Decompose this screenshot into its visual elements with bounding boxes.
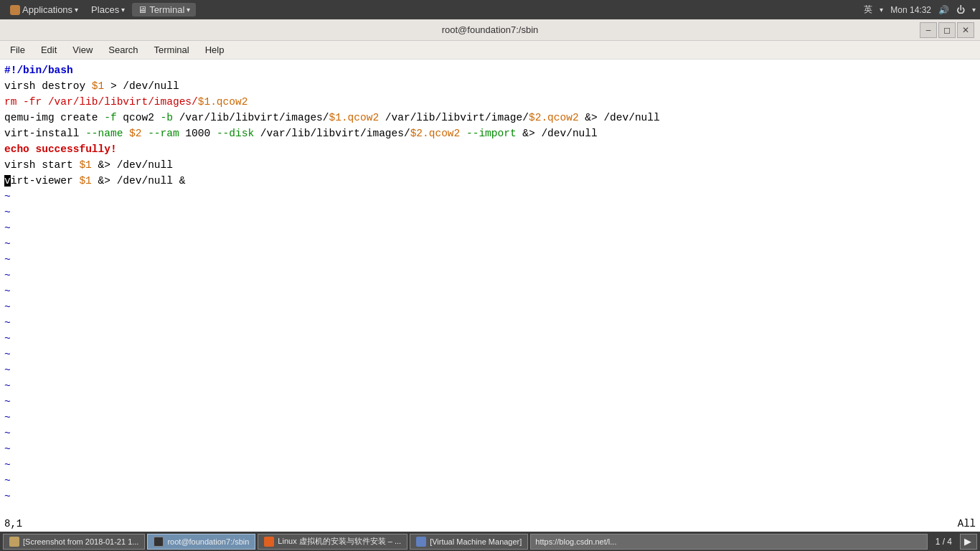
places-label: Places <box>91 4 119 15</box>
screenshot-task-label: [Screenshot from 2018-01-21 1... <box>23 537 138 546</box>
line-6-echo: echo successfully! <box>4 143 117 155</box>
tilde-12: ~ <box>4 364 11 376</box>
taskbar-page-btn[interactable]: ▶ <box>960 534 977 550</box>
vim-status-right: All <box>958 518 976 529</box>
title-bar: root@foundation7:/sbin – ◻ ✕ <box>0 19 980 41</box>
applications-icon <box>10 5 20 15</box>
terminal-window: root@foundation7:/sbin – ◻ ✕ File Edit V… <box>0 19 980 532</box>
window-controls: – ◻ ✕ <box>920 19 974 40</box>
language-indicator[interactable]: 英 <box>864 4 872 16</box>
places-menu[interactable]: Places ▾ <box>85 3 131 17</box>
tilde-13: ~ <box>4 380 11 392</box>
menu-edit[interactable]: Edit <box>34 43 64 57</box>
menu-search[interactable]: Search <box>101 43 145 57</box>
terminal-task-label: root@foundation7:/sbin <box>167 537 249 546</box>
virt-task-label: [Virtual Machine Manager] <box>430 537 522 546</box>
maximize-button[interactable]: ◻ <box>938 22 956 38</box>
line-4-qemu: qemu-img create -f qcow2 -b /var/lib/lib… <box>4 112 660 123</box>
close-button[interactable]: ✕ <box>957 22 974 38</box>
firefox-task-label: Linux 虚拟机的安装与软件安装 – ... <box>278 536 401 547</box>
screenshot-task-icon <box>9 537 19 547</box>
line-3-rm: rm -fr /var/lib/libvirt/images/$1.qcow2 <box>4 96 248 108</box>
taskbar-virt[interactable]: [Virtual Machine Manager] <box>410 534 528 550</box>
tilde-18: ~ <box>4 459 11 471</box>
vim-content[interactable]: #!/bin/bash virsh destroy $1 > /dev/null… <box>0 60 980 516</box>
window-title: root@foundation7:/sbin <box>442 24 539 35</box>
tilde-8: ~ <box>4 301 11 313</box>
taskbar-firefox[interactable]: Linux 虚拟机的安装与软件安装 – ... <box>258 534 407 550</box>
volume-icon[interactable]: 🔊 <box>938 5 949 15</box>
menu-terminal[interactable]: Terminal <box>147 43 197 57</box>
terminal-menu[interactable]: 🖥 Terminal ▾ <box>132 3 196 17</box>
tilde-17: ~ <box>4 443 11 455</box>
tilde-6: ~ <box>4 270 11 281</box>
terminal-label: Terminal <box>149 4 184 15</box>
tilde-4: ~ <box>4 238 11 250</box>
power-icon[interactable]: ⏻ <box>956 5 965 15</box>
page-number: 1 / 4 <box>930 537 958 547</box>
places-chevron: ▾ <box>121 6 125 14</box>
menu-help[interactable]: Help <box>198 43 232 57</box>
taskbar-terminal[interactable]: root@foundation7:/sbin <box>147 534 255 550</box>
line-5-virt-install: virt-install --name $2 --ram 1000 --disk… <box>4 128 598 139</box>
tilde-11: ~ <box>4 349 11 360</box>
tilde-20: ~ <box>4 491 11 502</box>
tilde-16: ~ <box>4 428 11 439</box>
bottom-taskbar: [Screenshot from 2018-01-21 1... root@fo… <box>0 532 980 551</box>
terminal-taskbar-icon: 🖥 <box>138 4 147 15</box>
datetime-display: Mon 14:32 <box>890 5 931 15</box>
tilde-10: ~ <box>4 333 11 344</box>
applications-label: Applications <box>22 4 72 15</box>
taskbar-url[interactable]: https://blog.csdn.net/l... <box>530 534 927 550</box>
tilde-7: ~ <box>4 286 11 297</box>
tilde-5: ~ <box>4 254 11 265</box>
lang-chevron: ▾ <box>880 6 883 14</box>
menu-bar: File Edit View Search Terminal Help <box>0 41 980 60</box>
virt-task-icon <box>416 537 426 547</box>
tilde-19: ~ <box>4 475 11 486</box>
tilde-2: ~ <box>4 207 11 218</box>
tilde-14: ~ <box>4 396 11 408</box>
vim-status-left: 8,1 <box>4 518 22 529</box>
power-chevron: ▾ <box>972 6 976 14</box>
line-8-virt-viewer: virt-viewer $1 &> /dev/null & <box>4 175 185 187</box>
minimize-button[interactable]: – <box>920 22 937 38</box>
applications-menu[interactable]: Applications ▾ <box>4 3 84 17</box>
vim-status-bar: 8,1 All <box>0 516 980 532</box>
taskbar-screenshot[interactable]: [Screenshot from 2018-01-21 1... <box>3 534 145 550</box>
tilde-9: ~ <box>4 317 11 329</box>
editor-area: #!/bin/bash virsh destroy $1 > /dev/null… <box>0 60 980 532</box>
tilde-3: ~ <box>4 222 11 234</box>
tilde-15: ~ <box>4 412 11 423</box>
tilde-1: ~ <box>4 191 11 202</box>
top-taskbar: Applications ▾ Places ▾ 🖥 Terminal ▾ 英 ▾… <box>0 0 980 19</box>
terminal-task-icon <box>154 537 164 547</box>
line-7-virsh-start: virsh start $1 &> /dev/null <box>4 159 173 171</box>
terminal-chevron: ▾ <box>187 6 190 14</box>
menu-view[interactable]: View <box>65 43 100 57</box>
cursor: v <box>4 175 11 187</box>
line-2-virsh: virsh destroy $1 > /dev/null <box>4 80 179 92</box>
url-text: https://blog.csdn.net/l... <box>535 537 616 546</box>
page-nav-icon: ▶ <box>964 536 971 547</box>
line-1-shebang: #!/bin/bash <box>4 65 73 76</box>
taskbar-right: 英 ▾ Mon 14:32 🔊 ⏻ ▾ <box>864 4 976 16</box>
firefox-task-icon <box>264 537 274 547</box>
menu-file[interactable]: File <box>3 43 32 57</box>
applications-chevron: ▾ <box>75 6 78 14</box>
taskbar-left: Applications ▾ Places ▾ 🖥 Terminal ▾ <box>4 3 196 17</box>
